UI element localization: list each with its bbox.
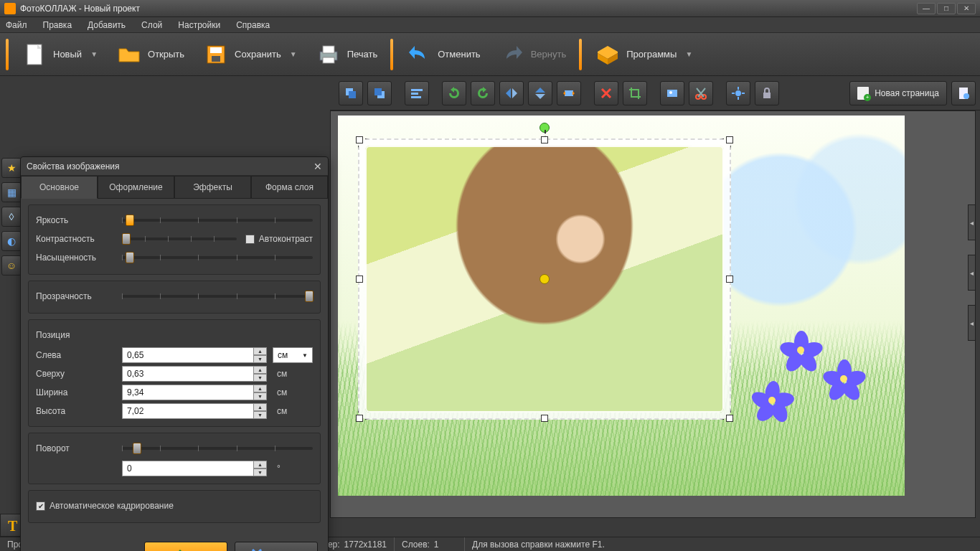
print-button[interactable]: Печать	[308, 39, 385, 70]
undo-button[interactable]: Отменить	[399, 39, 487, 70]
layer-back-icon[interactable]	[367, 81, 392, 105]
height-label: Высота	[36, 406, 116, 416]
replace-image-icon[interactable]	[660, 81, 684, 105]
chevron-down-icon: ▼	[302, 352, 308, 359]
right-panel-tab[interactable]: ◂	[968, 255, 975, 291]
dialog-close-icon[interactable]: ✕	[314, 161, 322, 172]
tab-effects[interactable]: Эффекты	[174, 176, 251, 199]
flip-vertical-icon[interactable]	[528, 81, 552, 105]
canvas-viewport[interactable]: ◂ ◂ ◂	[330, 110, 976, 518]
svg-rect-15	[565, 90, 573, 96]
delete-icon[interactable]	[594, 81, 618, 105]
svg-rect-25	[763, 93, 771, 98]
flip-horizontal-icon[interactable]	[499, 81, 524, 105]
menu-layer[interactable]: Слой	[138, 19, 165, 32]
resize-handle[interactable]	[356, 415, 363, 422]
programs-button[interactable]: Программы ▼	[588, 39, 699, 70]
save-button[interactable]: Сохранить ▼	[196, 39, 304, 70]
right-panel-tab[interactable]: ◂	[968, 305, 975, 341]
emoji-icon[interactable]: ☺	[1, 255, 22, 276]
globe-icon[interactable]: ◐	[1, 231, 22, 251]
top-input[interactable]: ▲▼	[122, 366, 267, 382]
menu-settings[interactable]: Настройки	[175, 19, 223, 32]
contrast-label: Контрастность	[36, 234, 116, 244]
toolbar-divider	[6, 39, 9, 70]
rotate-left-icon[interactable]	[442, 81, 466, 105]
layer-front-icon[interactable]	[339, 81, 363, 105]
height-input[interactable]: ▲▼	[122, 403, 267, 419]
main-area: Новая страница ★ ▦ ◊ ◐ ☺	[0, 76, 980, 537]
rotation-slider[interactable]	[122, 441, 313, 456]
spin-up-icon[interactable]: ▲	[254, 403, 267, 411]
spin-up-icon[interactable]: ▲	[254, 366, 267, 374]
resize-handle[interactable]	[356, 276, 363, 283]
resize-handle[interactable]	[726, 136, 733, 143]
spin-down-icon[interactable]: ▼	[254, 355, 267, 363]
tab-design[interactable]: Оформление	[98, 176, 174, 199]
status-size-value: 1772x1181	[344, 540, 387, 550]
redo-button[interactable]: Вернуть	[492, 39, 574, 70]
rotation-input[interactable]: ▲▼	[122, 461, 267, 476]
printer-icon	[316, 42, 341, 67]
spin-up-icon[interactable]: ▲	[254, 461, 267, 468]
new-button[interactable]: Новый ▼	[14, 39, 105, 70]
spin-up-icon[interactable]: ▲	[254, 347, 267, 355]
transparency-slider[interactable]	[122, 289, 313, 303]
autocontrast-checkbox[interactable]: Автоконтраст	[245, 234, 313, 244]
contrast-slider[interactable]	[122, 232, 237, 246]
box-icon	[595, 42, 621, 67]
saturation-slider[interactable]	[122, 250, 313, 265]
left-input[interactable]: ▲▼	[122, 347, 267, 363]
svg-rect-9	[349, 91, 356, 98]
floppy-disk-icon	[203, 42, 229, 67]
maximize-button[interactable]: □	[937, 3, 956, 14]
right-panel-tab[interactable]: ◂	[968, 204, 975, 240]
position-label: Позиция	[36, 330, 116, 340]
close-button[interactable]: ✕	[957, 3, 976, 14]
resize-handle[interactable]	[726, 276, 733, 283]
menu-file[interactable]: Файл	[3, 19, 30, 32]
center-handle[interactable]	[540, 274, 550, 284]
open-button[interactable]: Открыть	[109, 39, 192, 70]
spin-up-icon[interactable]: ▲	[254, 385, 267, 392]
spin-down-icon[interactable]: ▼	[254, 468, 267, 476]
dialog-titlebar[interactable]: Свойства изображения ✕	[21, 157, 328, 176]
brightness-slider[interactable]	[122, 213, 313, 227]
spin-down-icon[interactable]: ▼	[254, 392, 267, 400]
saturation-label: Насыщенность	[36, 253, 116, 263]
resize-handle[interactable]	[356, 136, 363, 143]
image-icon[interactable]: ▦	[1, 182, 22, 202]
menu-edit[interactable]: Правка	[40, 19, 75, 32]
selected-photo-layer[interactable]	[358, 138, 731, 420]
menu-add[interactable]: Добавить	[85, 19, 128, 32]
spin-down-icon[interactable]: ▼	[254, 374, 267, 382]
minimize-button[interactable]: —	[917, 3, 936, 14]
fit-width-icon[interactable]	[557, 81, 581, 105]
svg-rect-13	[411, 93, 418, 95]
autocrop-checkbox[interactable]: ✔ Автоматическое кадрирование	[36, 501, 174, 511]
resize-handle[interactable]	[541, 136, 548, 143]
star-icon[interactable]: ★	[1, 158, 22, 178]
rotate-right-icon[interactable]	[471, 81, 495, 105]
ok-button[interactable]: ОК	[144, 542, 227, 551]
page-settings-icon[interactable]	[951, 81, 976, 105]
tab-shape[interactable]: Форма слоя	[251, 176, 328, 199]
lock-icon[interactable]	[755, 81, 779, 105]
canvas[interactable]	[338, 116, 905, 496]
unit-combo[interactable]: см▼	[273, 347, 313, 363]
gear-icon[interactable]	[726, 81, 750, 105]
tab-basic[interactable]: Основное	[21, 176, 98, 199]
resize-handle[interactable]	[541, 415, 548, 422]
left-label: Слева	[36, 350, 116, 360]
cut-icon[interactable]	[689, 81, 713, 105]
redo-icon	[499, 42, 525, 67]
spin-down-icon[interactable]: ▼	[254, 411, 267, 419]
width-input[interactable]: ▲▼	[122, 385, 267, 400]
frame-icon[interactable]: ◊	[1, 207, 22, 227]
align-icon[interactable]	[405, 81, 429, 105]
cancel-button[interactable]: Отмена	[235, 542, 318, 551]
resize-handle[interactable]	[726, 415, 733, 422]
crop-icon[interactable]	[623, 81, 647, 105]
new-page-button[interactable]: Новая страница	[849, 81, 947, 105]
menu-help[interactable]: Справка	[233, 19, 273, 32]
